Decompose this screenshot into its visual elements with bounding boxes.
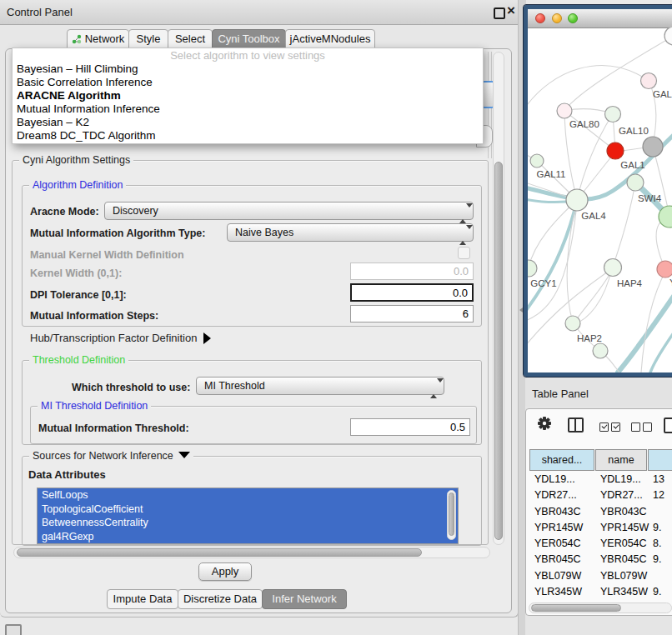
gear-icon[interactable]	[537, 416, 552, 431]
attribute-item-selected[interactable]: TopologicalCoefficient	[38, 502, 458, 517]
network-canvas[interactable]: GALGAL80GAL10GAL1SWI4GAL11GAL4GCY1HAP4YH…	[528, 28, 672, 372]
attribute-item-selected[interactable]: SelfLoops	[38, 488, 458, 502]
divider-handle-icon	[519, 308, 523, 312]
column-header-shared...[interactable]: shared...	[529, 449, 594, 471]
table-panel: shared...name YDL19...YDL19...13YDR27...…	[525, 408, 672, 616]
minimize-traffic-light-icon[interactable]	[552, 13, 562, 23]
hub-definition-toggle[interactable]: Hub/Transcription Factor Definition	[30, 332, 211, 344]
column-header-clipped[interactable]	[648, 449, 672, 471]
dropdown-prompt: Select algorithm to view settings	[13, 48, 483, 62]
mi-threshold-label: Mutual Information Threshold:	[38, 422, 189, 434]
network-edge[interactable]	[613, 182, 635, 267]
tab-network[interactable]: Network	[67, 29, 129, 49]
dpi-tolerance-input[interactable]	[350, 283, 474, 302]
node-label: HAP4	[617, 278, 643, 288]
network-node-gal10[interactable]	[605, 107, 621, 122]
aracne-mode-select[interactable]: Discovery	[104, 202, 474, 220]
settings-horizontal-scrollbar[interactable]	[13, 547, 490, 558]
network-node-hap4[interactable]	[604, 259, 622, 277]
partial-box-icon[interactable]	[664, 418, 672, 433]
settings-vertical-scrollbar[interactable]	[493, 52, 504, 545]
sources-title[interactable]: Sources for Network Inference	[29, 450, 193, 462]
table-horizontal-scrollbar[interactable]	[529, 602, 672, 613]
scrollbar-thumb[interactable]	[449, 492, 454, 536]
algorithm-option[interactable]: Basic Correlation Inference	[13, 76, 483, 89]
bottom-tab-infer-network[interactable]: Infer Network	[262, 589, 347, 609]
checked-pair-icon[interactable]	[599, 420, 620, 435]
algorithm-option[interactable]: Bayesian – Hill Climbing	[13, 62, 483, 76]
threshold-definition-title: Threshold Definition	[29, 354, 128, 366]
network-edge[interactable]	[528, 201, 577, 312]
network-node-gal11[interactable]	[530, 154, 544, 168]
network-edge[interactable]	[650, 329, 672, 372]
table-cell: YDL19...	[529, 472, 595, 488]
tab-jactivemnodules[interactable]: jActiveMNodules	[285, 29, 375, 49]
manual-kernel-checkbox[interactable]	[458, 247, 470, 259]
network-node-hap2[interactable]	[565, 316, 580, 331]
table-row[interactable]: YBL079WYBL079W	[529, 568, 672, 584]
mi-algorithm-type-select[interactable]: Naive Bayes	[227, 223, 474, 242]
scrollbar-thumb[interactable]	[494, 162, 503, 540]
table-row[interactable]: YBR045CYBR045C9.	[529, 552, 672, 568]
unchecked-pair-icon[interactable]	[631, 420, 652, 435]
algorithm-option[interactable]: Bayesian – K2	[13, 116, 483, 129]
tab-cyni-toolbox[interactable]: Cyni Toolbox	[212, 29, 286, 49]
expand-right-icon	[203, 332, 211, 344]
network-edge[interactable]	[574, 268, 614, 322]
zoom-traffic-light-icon[interactable]	[568, 13, 578, 23]
network-node[interactable]	[643, 137, 663, 157]
data-attributes-list[interactable]: SelfLoopsTopologicalCoefficientBetweenne…	[37, 488, 459, 544]
close-icon[interactable]: ×	[507, 2, 515, 19]
attribute-item-selected[interactable]: BetweennessCentrality	[38, 516, 458, 530]
algorithm-option[interactable]: Mutual Information Inference	[13, 102, 483, 116]
mi-threshold-input[interactable]	[350, 418, 470, 436]
control-panel-window: Control Panel × NetworkStyleSelectCyni T…	[0, 0, 519, 618]
kernel-width-input[interactable]	[350, 262, 474, 280]
table-cell: YBR043C	[595, 504, 648, 520]
attribute-list-scrollbar[interactable]	[447, 490, 456, 540]
network-edge[interactable]	[529, 200, 577, 268]
mi-steps-input[interactable]	[350, 305, 474, 322]
algorithm-option[interactable]: Dream8 DC_TDC Algorithm	[13, 129, 483, 142]
network-node[interactable]	[664, 28, 672, 45]
close-traffic-light-icon[interactable]	[535, 13, 545, 23]
network-node-gal[interactable]	[641, 73, 657, 89]
network-node-gal1[interactable]	[607, 142, 624, 159]
which-threshold-value: MI Threshold	[204, 380, 265, 392]
network-edge[interactable]	[618, 292, 672, 372]
bottom-tab-impute-data[interactable]: Impute Data	[107, 589, 178, 609]
network-node-swi4[interactable]	[627, 174, 644, 191]
bottom-tab-discretize-data[interactable]: Discretize Data	[178, 589, 263, 609]
node-label: GAL4	[581, 211, 606, 221]
table-row[interactable]: YER054CYER054C8.	[529, 536, 672, 552]
minimized-panel-icon[interactable]	[5, 624, 22, 635]
table-cell: 8.	[648, 536, 672, 552]
table-row[interactable]: YDR27...YDR27...12	[529, 488, 672, 503]
network-node-y[interactable]	[657, 261, 672, 278]
tab-select[interactable]: Select	[168, 29, 213, 49]
column-header-name[interactable]: name	[595, 449, 647, 471]
scrollbar-thumb[interactable]	[531, 604, 621, 612]
network-node-gal80[interactable]	[557, 103, 572, 118]
float-window-icon[interactable]	[494, 8, 505, 19]
split-columns-icon[interactable]	[568, 418, 584, 432]
collapse-down-icon	[178, 452, 190, 458]
table-row[interactable]: YBR043CYBR043C	[529, 504, 672, 520]
node-label: GAL80	[569, 119, 599, 129]
aracne-mode-value: Discovery	[113, 205, 158, 217]
algorithm-option[interactable]: ARACNE Algorithm	[13, 89, 483, 102]
attribute-item-selected[interactable]: gal4RGexp	[38, 530, 458, 544]
which-threshold-select[interactable]: MI Threshold	[196, 377, 444, 395]
network-edge[interactable]	[528, 66, 649, 108]
scrollbar-thumb[interactable]	[17, 548, 422, 557]
table-row[interactable]: YPR145WYPR145W9.	[529, 520, 672, 536]
network-node-gal4[interactable]	[566, 189, 588, 211]
network-node-gcy1[interactable]	[528, 260, 537, 277]
table-row[interactable]: YDL19...YDL19...13	[529, 472, 672, 488]
table-row[interactable]: YLR345WYLR345W9.	[529, 584, 672, 597]
algorithm-definition-title: Algorithm Definition	[29, 179, 126, 191]
network-node[interactable]	[593, 343, 608, 358]
network-edge[interactable]	[574, 268, 612, 324]
tab-style[interactable]: Style	[128, 29, 168, 49]
apply-button[interactable]: Apply	[198, 562, 252, 581]
